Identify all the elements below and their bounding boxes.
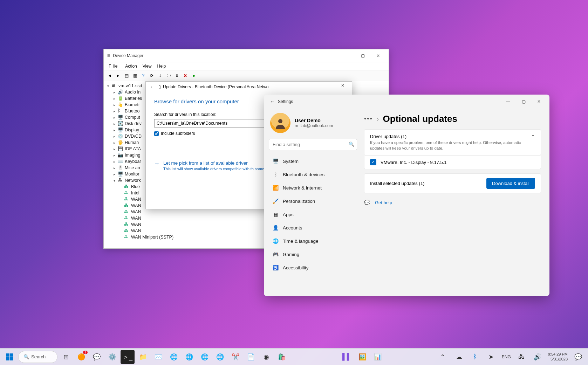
tray-notifications-icon[interactable]: 💬: [571, 350, 585, 364]
disable-device-icon[interactable]: ⬇: [173, 72, 181, 80]
nav-icon: 🖥️: [272, 158, 279, 164]
pinned-app-notepad[interactable]: 📄: [244, 350, 258, 364]
user-email: m_lab@outlook.com: [295, 123, 333, 128]
pinned-app-1[interactable]: 🟠: [74, 350, 88, 364]
help-icon: 💬: [364, 200, 370, 205]
nav-icon: 🎮: [272, 251, 279, 257]
sidebar-item-time-language[interactable]: 🌐Time & language: [269, 235, 357, 247]
pinned-app-settings[interactable]: ⚙️: [105, 350, 119, 364]
forward-icon[interactable]: ►: [114, 72, 122, 80]
maximize-button[interactable]: ▢: [516, 96, 531, 107]
pinned-app-explorer[interactable]: 📁: [136, 350, 150, 364]
pinned-app-chat[interactable]: 💬: [90, 350, 104, 364]
devmgr-icon: 🖥: [107, 53, 111, 58]
taskbar-search[interactable]: 🔍 Search: [18, 351, 57, 363]
sidebar-item-accessibility[interactable]: ♿Accessibility: [269, 262, 357, 274]
center-app-2[interactable]: 🖼️: [355, 350, 369, 364]
add-legacy-icon[interactable]: ●: [190, 72, 198, 80]
uninstall-device-icon[interactable]: 🖵: [165, 72, 172, 80]
pinned-app-snip[interactable]: ✂️: [228, 350, 242, 364]
pinned-app-edge-beta[interactable]: 🌐: [182, 350, 196, 364]
close-button[interactable]: ✕: [370, 51, 386, 61]
device-icon: ▯: [158, 84, 161, 89]
close-button[interactable]: ✕: [531, 96, 547, 107]
center-app-1[interactable]: ▌▌: [340, 350, 354, 364]
help-icon[interactable]: ?: [139, 72, 147, 80]
show-hide-tree-icon[interactable]: ▤: [123, 72, 130, 80]
sidebar-item-bluetooth-devices[interactable]: ᛒBluetooth & devices: [269, 168, 357, 180]
menu-action[interactable]: Action: [123, 63, 139, 69]
driver-updates-sub: If you have a specific problem, one of t…: [370, 140, 527, 151]
tray-location-icon[interactable]: ➤: [484, 350, 498, 364]
tray-volume-icon[interactable]: 🔊: [531, 350, 545, 364]
tray-language[interactable]: ENG: [500, 350, 512, 364]
scan-hardware-icon[interactable]: ⟳: [148, 72, 156, 80]
tray-bluetooth-icon[interactable]: ᛒ: [468, 350, 482, 364]
get-help-row[interactable]: 💬 Get help: [364, 200, 541, 205]
sidebar-item-accounts[interactable]: 👤Accounts: [269, 222, 357, 234]
include-subfolders-input[interactable]: [154, 131, 159, 136]
center-app-3[interactable]: 📊: [371, 350, 385, 364]
sidebar-item-label: Network & internet: [283, 185, 322, 191]
remove-icon[interactable]: ✖: [182, 72, 189, 80]
tray-onedrive-icon[interactable]: ☁: [452, 350, 466, 364]
pinned-app-chrome[interactable]: ◉: [259, 350, 273, 364]
sidebar-item-label: Bluetooth & devices: [283, 172, 324, 177]
sidebar-item-gaming[interactable]: 🎮Gaming: [269, 248, 357, 260]
sidebar-item-personalization[interactable]: 🖌️Personalization: [269, 195, 357, 207]
breadcrumb: ••• › Optional updates: [364, 113, 541, 124]
breadcrumb-overflow[interactable]: •••: [364, 115, 373, 123]
settings-search[interactable]: 🔍: [269, 139, 357, 150]
driver-updates-title: Driver updates (1): [370, 134, 527, 139]
pinned-app-store[interactable]: 🛍️: [275, 350, 289, 364]
get-help-link[interactable]: Get help: [375, 200, 392, 205]
devmgr-titlebar[interactable]: 🖥 Device Manager — ▢ ✕: [104, 49, 389, 62]
devmgr-menubar: File Action View Help: [104, 62, 389, 70]
page-title: Optional updates: [383, 113, 457, 124]
back-button[interactable]: ←: [267, 99, 278, 104]
sidebar-item-label: Personalization: [283, 199, 315, 204]
settings-app-label: Settings: [278, 99, 293, 104]
driver-item-row[interactable]: ✓ VMware, Inc. - Display - 9.17.5.1: [364, 156, 541, 169]
menu-view[interactable]: View: [141, 63, 154, 69]
minimize-button[interactable]: —: [340, 51, 355, 61]
sidebar-item-label: Time & language: [283, 239, 319, 244]
chevron-up-icon[interactable]: ⌃: [531, 134, 535, 139]
task-view-icon[interactable]: ⊞: [59, 350, 73, 364]
pinned-app-edge[interactable]: 🌐: [167, 350, 181, 364]
driver-item-label: VMware, Inc. - Display - 9.17.5.1: [381, 160, 447, 165]
update-driver-icon[interactable]: ⤓: [156, 72, 164, 80]
sidebar-item-label: Accounts: [283, 225, 302, 230]
driver-updates-card[interactable]: Driver updates (1) If you have a specifi…: [364, 129, 541, 156]
menu-file[interactable]: File: [107, 63, 122, 69]
sidebar-item-apps[interactable]: ▦Apps: [269, 208, 357, 220]
maximize-button[interactable]: ▢: [355, 51, 370, 61]
search-input[interactable]: [269, 139, 357, 150]
tray-network-icon[interactable]: 🖧: [514, 350, 528, 364]
updrv-titlebar[interactable]: ← ▯ Update Drivers - Bluetooth Device (P…: [146, 82, 352, 92]
sidebar-item-system[interactable]: 🖥️System: [269, 155, 357, 167]
minimize-button[interactable]: —: [500, 96, 516, 107]
pinned-app-edge-canary[interactable]: 🌐: [213, 350, 227, 364]
nav-icon: 🖌️: [272, 198, 279, 204]
properties-icon[interactable]: ▦: [131, 72, 139, 80]
tray-clock[interactable]: 9:54:29 PM 5/31/2023: [547, 352, 569, 361]
pinned-app-edge-dev[interactable]: 🌐: [198, 350, 212, 364]
user-block[interactable]: User Demo m_lab@outlook.com: [270, 113, 356, 133]
close-button[interactable]: ✕: [336, 83, 349, 91]
sidebar-item-network-internet[interactable]: 📶Network & internet: [269, 182, 357, 194]
tray-overflow-icon[interactable]: ⌃: [436, 350, 450, 364]
settings-titlebar[interactable]: ← Settings — ▢ ✕: [264, 95, 549, 109]
avatar: [270, 113, 290, 133]
back-icon[interactable]: ◄: [106, 72, 114, 80]
settings-sidebar: User Demo m_lab@outlook.com 🔍 🖥️SystemᛒB…: [264, 109, 362, 296]
back-icon[interactable]: ←: [149, 84, 156, 89]
taskbar: 🔍 Search ⊞ 🟠 💬 ⚙️ ＞_ 📁 ✉️ 🌐 🌐 🌐 🌐 ✂️ 📄 ◉…: [0, 348, 588, 365]
pinned-app-terminal[interactable]: ＞_: [121, 350, 135, 364]
nav-icon: ᛒ: [272, 171, 279, 178]
download-install-button[interactable]: Download & install: [486, 178, 535, 189]
pinned-app-outlook[interactable]: ✉️: [151, 350, 165, 364]
menu-help[interactable]: Help: [155, 63, 168, 69]
driver-checkbox[interactable]: ✓: [370, 159, 376, 165]
start-button[interactable]: [3, 350, 17, 364]
